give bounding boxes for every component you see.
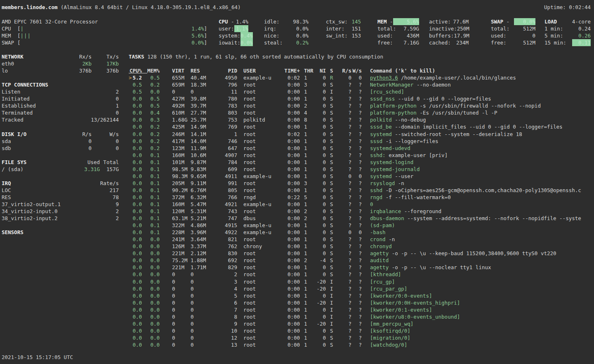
cell-virt: 492M bbox=[172, 102, 191, 109]
cell-mem: 0.0 bbox=[146, 278, 160, 285]
cell-ni: 0 bbox=[312, 306, 326, 313]
glances-terminal-screen[interactable]: members.linode.com (AlmaLinux 8.4 64bit … bbox=[0, 0, 594, 364]
cell-res: 5.21M bbox=[191, 215, 212, 222]
cell-pid: 766 bbox=[212, 194, 237, 201]
cell-ni: 0 bbox=[312, 102, 326, 109]
cell-state: S bbox=[330, 145, 336, 152]
cell-mem: 0.5 bbox=[146, 102, 160, 109]
cell-write-rate: ? bbox=[351, 159, 362, 166]
quicklook-bar-row: SWAP[0.0%] bbox=[2, 39, 207, 46]
header-ws: W/s bbox=[351, 67, 362, 74]
cell-cpu: 0.0 bbox=[129, 208, 142, 215]
cell-res: 0 bbox=[191, 88, 212, 95]
cell-user: example-u bbox=[243, 201, 281, 208]
swap-panel-title: SWAP bbox=[491, 19, 503, 25]
process-row: 0.0 0.3 1.68G 25.7M 753 polkitd 0:00 8 0… bbox=[129, 116, 594, 123]
cell-virt: 90.2M bbox=[172, 187, 191, 194]
bar-bracket-open: [ bbox=[17, 39, 21, 46]
sensors-title: SENSORS bbox=[2, 229, 119, 236]
cell-write-rate: ? bbox=[351, 278, 362, 285]
cell-read-rate: ? bbox=[336, 292, 351, 299]
cell-user: root bbox=[243, 166, 281, 173]
uptime: Uptime: 0:02:44 bbox=[544, 4, 591, 11]
cell-cpu: 0.0 bbox=[129, 327, 142, 334]
cell-mem: 0.5 bbox=[146, 95, 160, 102]
cell-user: root bbox=[243, 123, 281, 130]
cell-ni: 0 bbox=[312, 166, 326, 173]
cell-pid: 830 bbox=[212, 250, 237, 257]
os-version: (AlmaLinux 8.4 64bit / Linux 4.18.0-305.… bbox=[57, 4, 240, 10]
cpu-panel-2: idle:98.3% irq:0.0% nice:0.0% steal:0.2% bbox=[264, 18, 309, 46]
process-row: 0.0 0.2 425M 14.9M 769 root 0:00 1 0 S ?… bbox=[129, 123, 594, 130]
cell-command: [kthreadd] bbox=[370, 271, 594, 278]
cell-mem: 0.3 bbox=[146, 116, 160, 123]
cell-time: 0:00 bbox=[281, 334, 300, 341]
header-ni: NI bbox=[312, 67, 326, 74]
cell-ni: 0 bbox=[312, 236, 326, 243]
cell-thr: 4 bbox=[304, 109, 312, 116]
cell-thr: 1 bbox=[304, 138, 312, 145]
cell-read-rate: ? bbox=[336, 215, 351, 222]
cell-time: 0:00 bbox=[281, 327, 300, 334]
cell-pid: 609 bbox=[212, 166, 237, 173]
cell-write-rate: ? bbox=[351, 201, 362, 208]
quicklook-bar bbox=[21, 39, 192, 46]
cell-user: root bbox=[243, 250, 281, 257]
process-row: 0.0 0.2 123M 11.9M 647 root 0:00 1 0 S ?… bbox=[129, 145, 594, 152]
tasks-title: TASKS bbox=[129, 54, 144, 60]
cell-user: root bbox=[243, 271, 281, 278]
quicklook-bar-percent: 0.0% bbox=[191, 39, 204, 46]
cell-user: root bbox=[243, 102, 281, 109]
cell-write-rate: ? bbox=[351, 95, 362, 102]
cell-cpu: 0.0 bbox=[129, 138, 142, 145]
cell-virt: 98.5M bbox=[172, 166, 191, 173]
cell-pid: 13 bbox=[212, 341, 237, 348]
cell-command: NetworkManager --no-daemon bbox=[370, 81, 594, 88]
irq-section: IRQRate/s LOC217 RES78 37_virtio2-output… bbox=[2, 180, 119, 222]
cell-mem: 0.1 bbox=[146, 159, 160, 166]
stat-row: 1 min:0.24 bbox=[544, 25, 591, 32]
cell-res: 3.96M bbox=[191, 229, 212, 236]
cell-write-rate: ? bbox=[351, 299, 362, 306]
stat-row: total:7.59G bbox=[377, 25, 419, 32]
cell-time: 0:00 bbox=[281, 173, 300, 180]
cell-pid: 1 bbox=[212, 131, 237, 138]
cell-read-rate: ? bbox=[336, 299, 351, 306]
cell-res: 2.12M bbox=[191, 250, 212, 257]
cell-cpu: 0.0 bbox=[129, 116, 142, 123]
cell-thr: 1 bbox=[304, 95, 312, 102]
cell-command: [migration/0] bbox=[370, 334, 594, 341]
cell-read-rate: ? bbox=[336, 236, 351, 243]
cell-ni: 0 bbox=[312, 159, 326, 166]
cell-pid: 4907 bbox=[212, 152, 237, 159]
cell-read-rate: ? bbox=[336, 123, 351, 130]
cell-time: 0:00 bbox=[281, 187, 300, 194]
mem-panel-title: MEM bbox=[377, 19, 387, 25]
cell-virt: 417M bbox=[172, 138, 191, 145]
cell-ni: -20 bbox=[312, 285, 326, 292]
cell-thr: 1 bbox=[304, 201, 312, 208]
command-args: --switched-root --system --deserialize 1… bbox=[392, 131, 522, 137]
cell-mem: 0.0 bbox=[146, 292, 160, 299]
load-panel: LOAD4-core 1 min:0.24 5 min:0.26 15 min:… bbox=[544, 18, 591, 46]
cell-cpu: 0.5 bbox=[129, 81, 142, 88]
cell-cpu: 0.0 bbox=[129, 299, 142, 306]
cell-thr: 1 bbox=[304, 299, 312, 306]
cell-virt: 120M bbox=[172, 208, 191, 215]
cell-read-rate: ? bbox=[336, 95, 351, 102]
cell-thr: 1 bbox=[304, 285, 312, 292]
cell-write-rate: ? bbox=[351, 222, 362, 229]
cell-ni: -20 bbox=[312, 278, 326, 285]
filesys-title: FILE SYS bbox=[2, 159, 71, 166]
process-row: 0.0 0.0 0 0 6 root 0:00 1 -20 I ? ? [kwo… bbox=[129, 299, 594, 306]
cell-cpu: 0.0 bbox=[129, 306, 142, 313]
cell-user: example-u bbox=[243, 173, 281, 180]
cell-state: I bbox=[330, 299, 336, 306]
cell-time: 0:00 bbox=[281, 341, 300, 348]
stat-row: used:436M bbox=[377, 32, 419, 39]
cell-write-rate: ? bbox=[351, 320, 362, 327]
cell-time: 0:00 bbox=[281, 166, 300, 173]
cell-res: 40.4M bbox=[191, 74, 212, 81]
cell-write-rate: ? bbox=[351, 145, 362, 152]
cell-write-rate: ? bbox=[351, 208, 362, 215]
